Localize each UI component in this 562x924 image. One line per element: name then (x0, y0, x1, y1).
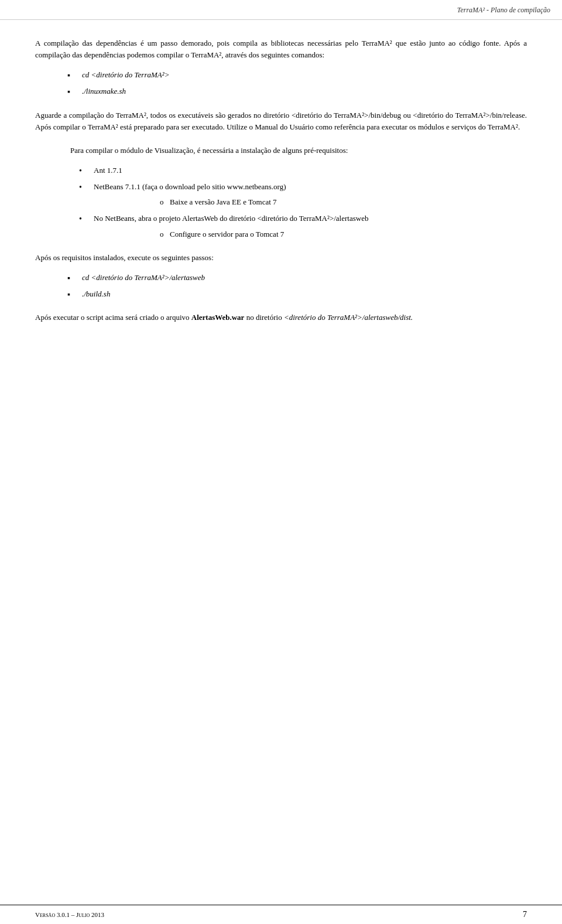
header-title: TerraMA² - Plano de compilação (457, 6, 550, 14)
paragraph-4: Após os requisitos instalados, execute o… (35, 252, 527, 264)
subbullet-list-2: Configure o servidor para o Tomcat 7 (94, 229, 527, 240)
paragraph-1: A compilação das dependências é um passo… (35, 37, 527, 61)
cmd-item-1: cd <diretório do TerraMA²> (35, 69, 527, 81)
paragraph-3: Para compilar o módulo de Visualização, … (35, 145, 527, 156)
main-content: A compilação das dependências é um passo… (0, 20, 562, 379)
page-header: TerraMA² - Plano de compilação (0, 0, 562, 20)
cmd-item-3: cd <diretório do TerraMA²>/alertasweb (35, 272, 527, 284)
cmd-list-2: cd <diretório do TerraMA²>/alertasweb ./… (35, 272, 527, 300)
page: TerraMA² - Plano de compilação A compila… (0, 0, 562, 924)
prereq-item-2: NetBeans 7.1.1 (faça o download pelo sit… (35, 181, 527, 208)
prereq-item-1: Ant 1.7.1 (35, 165, 527, 176)
paragraph-5: Após executar o script acima será criado… (35, 312, 527, 323)
footer-page-number: 7 (523, 910, 527, 919)
page-footer: Versão 3.0.1 – Julio 2013 7 (0, 905, 562, 924)
cmd-list-1: cd <diretório do TerraMA²> ./linuxmake.s… (35, 69, 527, 97)
prereq-list: Ant 1.7.1 NetBeans 7.1.1 (faça o downloa… (35, 165, 527, 240)
subbullet-list-1: Baixe a versão Java EE e Tomcat 7 (94, 196, 527, 208)
subbullet-item-1: Baixe a versão Java EE e Tomcat 7 (94, 196, 527, 208)
footer-version: Versão 3.0.1 – Julio 2013 (35, 911, 104, 918)
subbullet-item-2: Configure o servidor para o Tomcat 7 (94, 229, 527, 240)
prereq-item-3: No NetBeans, abra o projeto AlertasWeb d… (35, 213, 527, 240)
cmd-item-2: ./linuxmake.sh (35, 86, 527, 97)
cmd-item-4: ./build.sh (35, 288, 527, 300)
paragraph-2: Aguarde a compilação do TerraMA², todos … (35, 110, 527, 133)
